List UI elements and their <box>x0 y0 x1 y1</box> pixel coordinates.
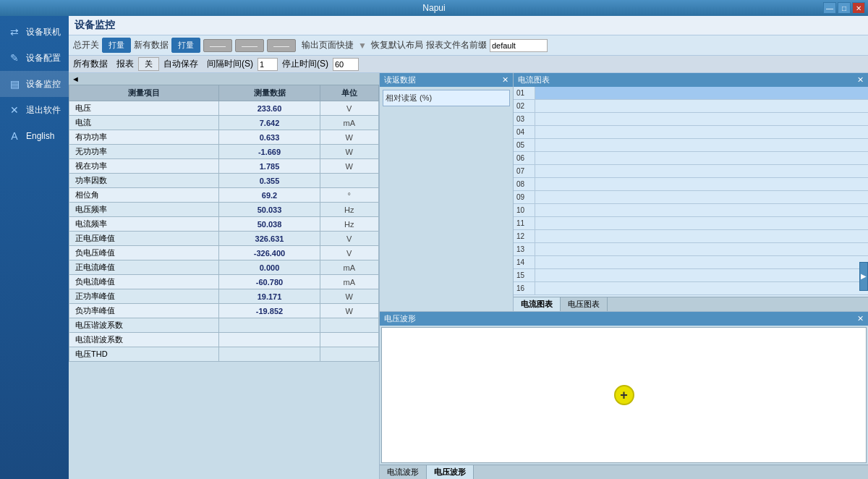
chart-list-item[interactable]: 06 <box>514 152 868 165</box>
disabled-btn2[interactable]: —— <box>235 39 264 52</box>
exit-icon: ✕ <box>7 103 22 117</box>
sidebar-item-device-config[interactable]: ✎ 设备配置 <box>0 45 69 71</box>
current-chart-close-icon[interactable]: ✕ <box>857 75 864 85</box>
chart-row-number: 01 <box>514 87 535 99</box>
chart-list-item[interactable]: 13 <box>514 243 868 256</box>
current-chart-header: 电流图表 ✕ <box>514 73 868 87</box>
disabled-btn1[interactable]: —— <box>203 39 232 52</box>
row-value: 1.785 <box>219 159 320 174</box>
chart-row-bar <box>535 282 868 294</box>
chart-row-number: 11 <box>514 217 535 229</box>
table-row: 电流 7.642 mA <box>69 116 379 130</box>
row-name: 电压 <box>69 101 219 116</box>
row-value: 69.2 <box>219 188 320 203</box>
language-icon: A <box>7 129 22 143</box>
col-value-header: 测量数据 <box>219 85 320 101</box>
stop-input[interactable] <box>333 58 359 71</box>
close-button[interactable]: 关 <box>138 57 159 71</box>
row-value: 0.355 <box>219 174 320 188</box>
chart-list-item[interactable]: 01 <box>514 87 868 100</box>
table-row: 电流频率 50.038 Hz <box>69 217 379 232</box>
row-unit <box>320 318 378 333</box>
sidebar-label-device-config: 设备配置 <box>26 52 61 64</box>
auto-save-label: 自动保存 <box>163 58 198 70</box>
row-value <box>219 347 320 362</box>
main-switch-label: 总开关 <box>73 39 99 51</box>
switch-btn1[interactable]: 打量 <box>102 38 131 53</box>
table-row: 正电压峰值 326.631 V <box>69 232 379 246</box>
row-value: -19.852 <box>219 304 320 318</box>
reading-content: 相对读返 (%) <box>380 87 513 311</box>
chart-row-bar <box>535 191 868 203</box>
sidebar-item-language[interactable]: A English <box>0 123 69 149</box>
row-name: 正电流峰值 <box>69 260 219 275</box>
sidebar-item-device-monitor[interactable]: ▤ 设备监控 <box>0 71 69 97</box>
measure-table[interactable]: 测量项目 测量数据 单位 电压 233.60 V 电流 7.642 mA 有功功… <box>69 85 379 479</box>
chart-list-item[interactable]: 02 <box>514 100 868 113</box>
window-controls[interactable]: — □ ✕ <box>823 2 865 14</box>
table-row: 电压频率 50.033 Hz <box>69 203 379 217</box>
wave-tab-voltage[interactable]: 电压波形 <box>427 465 474 479</box>
chart-list-item[interactable]: 15 <box>514 269 868 282</box>
minimize-button[interactable]: — <box>823 2 836 14</box>
row-name: 电流频率 <box>69 217 219 232</box>
sidebar-item-exit[interactable]: ✕ 退出软件 <box>0 97 69 123</box>
row-name: 负电压峰值 <box>69 246 219 260</box>
wave-header: 电压波形 ✕ <box>380 312 868 326</box>
chart-list-item[interactable]: 05 <box>514 139 868 152</box>
report-label: 报表文件名前缀 <box>426 39 487 51</box>
switch-btn2[interactable]: 打量 <box>171 38 200 53</box>
right-expand-button[interactable]: ▶ <box>859 262 868 291</box>
filename-input[interactable] <box>490 39 548 52</box>
wave-close-icon[interactable]: ✕ <box>857 314 864 323</box>
chart-list-item[interactable]: 14 <box>514 256 868 269</box>
row-name: 负电流峰值 <box>69 275 219 289</box>
row-unit: Hz <box>320 217 378 232</box>
row-value: 50.033 <box>219 203 320 217</box>
chart-list-item[interactable]: 10 <box>514 204 868 217</box>
chart-list-item[interactable]: 07 <box>514 165 868 178</box>
chart-list-item[interactable]: 04 <box>514 126 868 139</box>
chart-list-item[interactable]: 11 <box>514 217 868 230</box>
row-name: 负功率峰值 <box>69 304 219 318</box>
wave-zoom-button[interactable]: + <box>614 385 634 405</box>
panels: ◄ 测量项目 测量数据 单位 电压 233.60 V <box>69 73 868 479</box>
row-unit: W <box>320 159 378 174</box>
chart-row-bar <box>535 269 868 281</box>
chart-row-bar <box>535 139 868 151</box>
row-value: 233.60 <box>219 101 320 116</box>
maximize-button[interactable]: □ <box>838 2 851 14</box>
table-row: 电压 233.60 V <box>69 101 379 116</box>
sidebar-label-language: English <box>26 131 54 141</box>
chart-row-number: 09 <box>514 191 535 203</box>
row-name: 正电压峰值 <box>69 232 219 246</box>
wave-tab-current[interactable]: 电流波形 <box>380 465 427 479</box>
row-value: -326.400 <box>219 246 320 260</box>
row-value: -1.669 <box>219 145 320 159</box>
interval-input[interactable] <box>258 58 278 71</box>
sidebar-item-device-connect[interactable]: ⇄ 设备联机 <box>0 19 69 45</box>
chart-row-bar <box>535 178 868 190</box>
row-value <box>219 333 320 347</box>
chart-list[interactable]: 01 02 03 04 05 06 07 08 09 10 11 12 13 1… <box>514 87 868 297</box>
all-data-label: 所有数据 <box>73 58 108 70</box>
current-chart-title: 电流图表 <box>518 75 550 85</box>
chart-row-bar <box>535 165 868 177</box>
reading-progress: 相对读返 (%) <box>383 90 510 106</box>
chart-row-bar <box>535 87 868 99</box>
chart-list-item[interactable]: 16 <box>514 282 868 295</box>
chart-list-item[interactable]: 08 <box>514 178 868 191</box>
row-unit <box>320 174 378 188</box>
reading-close-icon[interactable]: ✕ <box>502 75 509 85</box>
chart-list-item[interactable]: 12 <box>514 230 868 243</box>
page-title: 设备监控 <box>69 16 868 35</box>
chart-list-item[interactable]: 03 <box>514 113 868 126</box>
row-unit <box>320 347 378 362</box>
chart-list-item[interactable]: 09 <box>514 191 868 204</box>
chart-tab-voltage[interactable]: 电压图表 <box>561 297 608 311</box>
chart-tab-current[interactable]: 电流图表 <box>514 297 561 311</box>
disabled-btn3[interactable]: —— <box>267 39 296 52</box>
chart-tabs: 电流图表 电压图表 <box>514 297 868 311</box>
close-button[interactable]: ✕ <box>852 2 865 14</box>
row-unit: W <box>320 130 378 145</box>
